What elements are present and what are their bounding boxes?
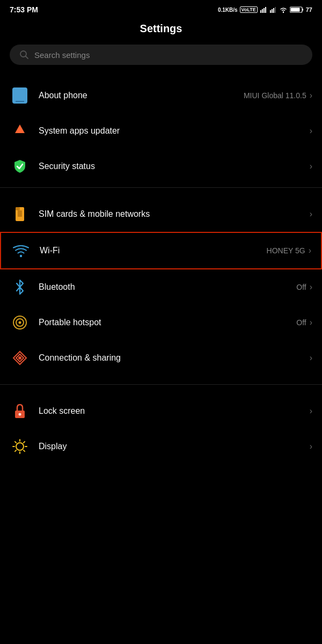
settings-item-security-status[interactable]: Security status ›	[0, 149, 322, 184]
svg-line-35	[15, 450, 16, 451]
svg-line-33	[24, 450, 25, 451]
phone-icon	[10, 85, 30, 106]
svg-rect-17	[16, 207, 20, 210]
svg-rect-7	[275, 7, 276, 13]
svg-line-34	[24, 442, 25, 443]
svg-rect-2	[264, 8, 265, 13]
settings-item-sim-cards[interactable]: SIM cards & mobile networks ›	[0, 196, 322, 232]
sim-icon	[10, 204, 30, 224]
search-placeholder: Search settings	[34, 50, 90, 60]
about-phone-chevron: ›	[310, 91, 312, 100]
signal-icon-1	[260, 6, 267, 13]
display-chevron: ›	[310, 442, 312, 451]
bluetooth-icon	[10, 277, 30, 297]
svg-rect-5	[272, 9, 273, 13]
lock-screen-chevron: ›	[310, 406, 312, 416]
bluetooth-status: Off	[296, 283, 306, 291]
svg-rect-11	[290, 8, 299, 12]
wifi-chevron: ›	[309, 246, 311, 255]
battery-percent: 77	[306, 6, 312, 13]
svg-point-27	[16, 443, 24, 450]
bluetooth-chevron: ›	[310, 282, 312, 292]
hotspot-icon	[10, 312, 30, 333]
system-apps-label: System apps updater	[39, 126, 120, 136]
display-label: Display	[39, 442, 67, 451]
sim-cards-chevron: ›	[310, 209, 312, 219]
shield-check-icon	[10, 156, 30, 177]
svg-point-21	[19, 321, 21, 324]
page-title: Settings	[0, 17, 322, 45]
about-phone-label: About phone	[39, 91, 87, 100]
svg-point-8	[283, 12, 284, 13]
svg-rect-3	[265, 7, 266, 13]
sim-cards-label: SIM cards & mobile networks	[39, 209, 150, 219]
speed-indicator: 0.1KB/s	[218, 7, 238, 13]
spacer-3	[0, 388, 322, 393]
connection-sharing-chevron: ›	[310, 353, 312, 363]
settings-item-connection-sharing[interactable]: Connection & sharing ›	[0, 340, 322, 376]
svg-rect-1	[262, 9, 263, 13]
svg-point-24	[18, 356, 21, 360]
hotspot-chevron: ›	[310, 318, 312, 327]
search-bar[interactable]: Search settings	[10, 45, 312, 65]
lock-screen-label: Lock screen	[39, 406, 85, 416]
settings-item-wifi[interactable]: Wi-Fi HONEY 5G ›	[0, 232, 322, 269]
svg-rect-10	[302, 9, 303, 11]
system-apps-chevron: ›	[310, 126, 312, 136]
svg-rect-6	[273, 8, 274, 13]
svg-line-32	[15, 442, 16, 443]
svg-rect-0	[260, 10, 261, 13]
display-icon	[10, 436, 30, 457]
bluetooth-label: Bluetooth	[39, 282, 75, 292]
hotspot-status: Off	[296, 318, 306, 327]
search-icon	[19, 50, 29, 60]
status-icons: 0.1KB/s VoLTE 77	[218, 6, 312, 13]
svg-point-18	[20, 255, 22, 257]
svg-line-13	[26, 56, 28, 59]
wifi-network-name: HONEY 5G	[267, 246, 305, 255]
settings-list: About phone MIUI Global 11.0.5 › System …	[0, 78, 322, 464]
wifi-label: Wi-Fi	[40, 246, 60, 255]
lock-icon	[10, 401, 30, 421]
battery-icon	[290, 6, 304, 13]
security-status-label: Security status	[39, 162, 95, 171]
status-bar: 7:53 PM 0.1KB/s VoLTE	[0, 0, 322, 17]
settings-item-portable-hotspot[interactable]: Portable hotspot Off ›	[0, 305, 322, 340]
divider-1	[0, 187, 322, 188]
svg-marker-14	[15, 125, 25, 133]
about-phone-version: MIUI Global 11.0.5	[244, 91, 306, 100]
svg-rect-4	[270, 10, 271, 13]
svg-rect-16	[18, 210, 22, 217]
volte-icon: VoLTE	[240, 6, 258, 13]
svg-point-26	[19, 413, 21, 416]
connection-icon	[10, 348, 30, 368]
update-arrow-icon	[10, 121, 30, 141]
hotspot-label: Portable hotspot	[39, 318, 101, 327]
wifi-icon	[11, 240, 31, 261]
divider-2	[0, 384, 322, 385]
settings-item-lock-screen[interactable]: Lock screen ›	[0, 393, 322, 429]
spacer-1	[0, 191, 322, 196]
wifi-status-icon	[279, 6, 288, 13]
connection-sharing-label: Connection & sharing	[39, 353, 121, 363]
settings-item-display[interactable]: Display ›	[0, 429, 322, 464]
settings-item-about-phone[interactable]: About phone MIUI Global 11.0.5 ›	[0, 78, 322, 113]
status-time: 7:53 PM	[10, 5, 38, 14]
settings-item-bluetooth[interactable]: Bluetooth Off ›	[0, 269, 322, 305]
security-status-chevron: ›	[310, 162, 312, 171]
settings-item-system-apps-updater[interactable]: System apps updater ›	[0, 113, 322, 149]
spacer-2	[0, 376, 322, 381]
signal-icon-2	[269, 6, 277, 13]
